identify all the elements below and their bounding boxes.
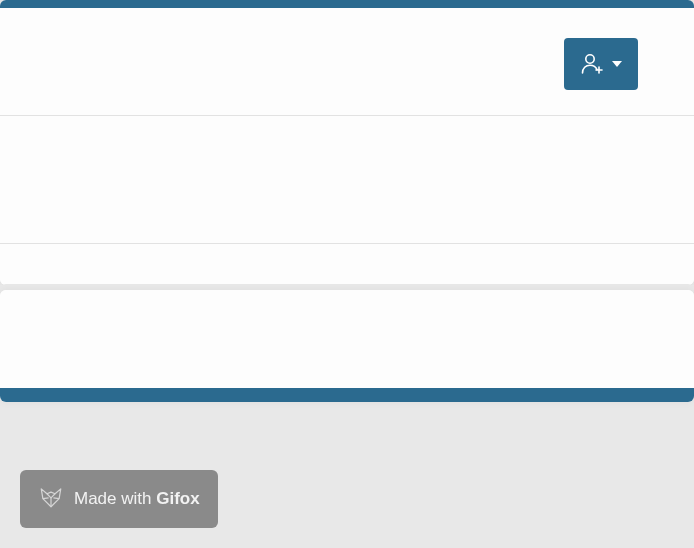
footer-section	[0, 290, 694, 388]
watermark-prefix: Made with	[74, 489, 156, 508]
add-user-icon	[580, 52, 604, 76]
footer-frame	[0, 290, 694, 402]
svg-point-0	[586, 55, 594, 63]
fox-icon	[38, 484, 64, 514]
content-panel-2	[0, 244, 694, 285]
top-accent-bar	[0, 0, 694, 8]
add-user-dropdown-button[interactable]	[564, 38, 638, 90]
watermark-badge: Made with Gifox	[20, 470, 218, 528]
watermark-brand: Gifox	[156, 489, 199, 508]
content-panel-1	[0, 116, 694, 244]
chevron-down-icon	[612, 61, 622, 67]
page-frame	[0, 0, 694, 285]
bottom-accent-bar	[0, 388, 694, 402]
watermark-text: Made with Gifox	[74, 489, 200, 509]
header-section	[0, 8, 694, 116]
